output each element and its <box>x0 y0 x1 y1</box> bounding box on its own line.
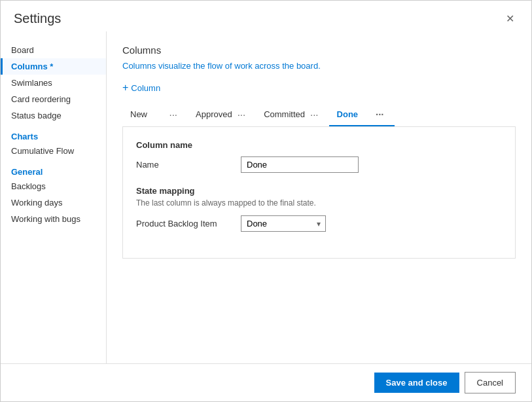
tab-done[interactable]: Done ··· <box>329 105 395 126</box>
sidebar: Board Columns * Swimlanes Card reorderin… <box>1 31 107 363</box>
tab-approved-label: Approved <box>196 109 232 119</box>
column-name-group: Column name Name <box>136 140 502 173</box>
column-settings-panel: Column name Name State mapping The last … <box>122 127 516 259</box>
plus-icon: + <box>122 82 128 93</box>
name-field-label: Name <box>136 160 241 170</box>
close-button[interactable]: ✕ <box>502 11 518 26</box>
tab-done-label: Done <box>337 109 359 119</box>
sidebar-item-status-badge[interactable]: Status badge <box>1 107 106 124</box>
tab-done-menu-icon[interactable]: ··· <box>376 109 384 120</box>
sidebar-item-backlogs[interactable]: Backlogs <box>1 178 106 194</box>
save-and-close-button[interactable]: Save and close <box>374 373 459 393</box>
tab-new-label: New <box>130 109 147 119</box>
sidebar-item-card-reordering[interactable]: Card reordering <box>1 91 106 107</box>
sidebar-group-charts: Charts Cumulative Flow <box>1 124 106 159</box>
sidebar-group-general: General Backlogs Working days Working wi… <box>1 159 106 227</box>
sidebar-group-charts-title: Charts <box>1 124 106 143</box>
sidebar-item-working-with-bugs[interactable]: Working with bugs <box>1 211 106 227</box>
state-mapping-title: State mapping <box>136 186 502 196</box>
product-backlog-label: Product Backlog Item <box>136 219 241 228</box>
tab-committed[interactable]: Committed ··· <box>256 105 328 126</box>
dialog-footer: Save and close Cancel <box>1 363 531 401</box>
section-desc: Columns visualize the flow of work acros… <box>122 61 516 71</box>
sidebar-item-board[interactable]: Board <box>1 42 106 58</box>
tab-new-menu-icon[interactable]: ··· <box>169 109 177 120</box>
sidebar-item-cumulative-flow[interactable]: Cumulative Flow <box>1 143 106 159</box>
dialog-header: Settings ✕ <box>1 1 531 31</box>
name-field-row: Name <box>136 156 502 173</box>
state-mapping-group: State mapping The last column is always … <box>136 186 502 232</box>
state-mapping-desc: The last column is always mapped to the … <box>136 198 502 208</box>
sidebar-group-general-title: General <box>1 159 106 178</box>
main-content: Columns Columns visualize the flow of wo… <box>107 31 531 363</box>
tab-committed-label: Committed <box>264 109 305 119</box>
cancel-button[interactable]: Cancel <box>465 372 516 393</box>
dialog-title: Settings <box>14 11 61 26</box>
tab-approved[interactable]: Approved ··· <box>188 105 256 126</box>
sidebar-item-working-days[interactable]: Working days <box>1 194 106 211</box>
sidebar-item-columns[interactable]: Columns * <box>1 58 106 75</box>
add-column-label: Column <box>131 83 160 93</box>
add-column-button[interactable]: + Column <box>122 80 160 96</box>
tab-new[interactable]: New ··· <box>122 105 188 126</box>
product-backlog-select-wrapper: Done Active Resolved Closed ▾ <box>241 215 326 232</box>
column-name-title: Column name <box>136 140 502 150</box>
sidebar-group-board: Board Columns * Swimlanes Card reorderin… <box>1 42 106 124</box>
section-title: Columns <box>122 45 516 56</box>
dialog-body: Board Columns * Swimlanes Card reorderin… <box>1 31 531 363</box>
tab-approved-menu-icon[interactable]: ··· <box>238 109 246 120</box>
tab-committed-menu-icon[interactable]: ··· <box>310 109 319 120</box>
settings-dialog: Settings ✕ Board Columns * Swimlanes Car… <box>0 0 532 402</box>
product-backlog-row: Product Backlog Item Done Active Resolve… <box>136 215 502 232</box>
product-backlog-select[interactable]: Done Active Resolved Closed <box>241 215 326 232</box>
name-input[interactable] <box>241 156 359 173</box>
columns-tabs: New ··· Approved ··· Committed ··· Done … <box>122 105 516 127</box>
sidebar-item-swimlanes[interactable]: Swimlanes <box>1 75 106 91</box>
